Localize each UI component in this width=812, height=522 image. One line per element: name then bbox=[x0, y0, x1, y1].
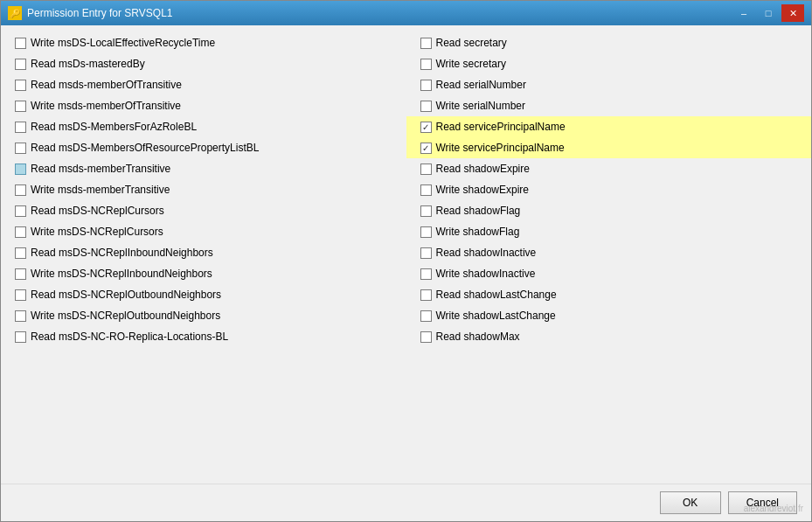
list-item: Write serialNumber bbox=[406, 95, 812, 116]
list-item: Write shadowFlag bbox=[406, 221, 812, 242]
permission-checkbox[interactable] bbox=[15, 38, 26, 49]
list-item: Read shadowExpire bbox=[406, 158, 812, 179]
permission-label: Write shadowInactive bbox=[436, 268, 536, 280]
permission-checkbox[interactable] bbox=[420, 164, 432, 175]
minimize-button[interactable]: – bbox=[732, 4, 755, 22]
list-item: Read msds-memberOfTransitive bbox=[1, 74, 406, 95]
permission-label: Write msDS-NCReplInboundNeighbors bbox=[31, 268, 212, 280]
permission-checkbox[interactable] bbox=[420, 143, 432, 154]
checkbox-wrapper[interactable]: Read msDs-masteredBy bbox=[15, 58, 145, 70]
permission-checkbox[interactable] bbox=[15, 122, 26, 133]
permission-checkbox[interactable] bbox=[15, 310, 26, 322]
main-window: 🔑 Permission Entry for SRVSQL1 – □ ✕ Wri… bbox=[0, 0, 812, 522]
permission-checkbox[interactable] bbox=[15, 331, 26, 343]
titlebar-left: 🔑 Permission Entry for SRVSQL1 bbox=[8, 6, 173, 20]
titlebar: 🔑 Permission Entry for SRVSQL1 – □ ✕ bbox=[1, 1, 811, 25]
permission-checkbox[interactable] bbox=[420, 184, 432, 196]
checkbox-wrapper[interactable]: Read shadowFlag bbox=[420, 205, 521, 217]
permission-checkbox[interactable] bbox=[420, 289, 432, 301]
permission-label: Read msDs-masteredBy bbox=[31, 58, 145, 70]
checkbox-wrapper[interactable]: Read msds-memberTransitive bbox=[15, 163, 170, 175]
checkbox-wrapper[interactable]: Write msDS-NCReplOutboundNeighbors bbox=[15, 310, 220, 322]
permissions-list[interactable]: Write msDS-LocalEffectiveRecycleTimeRead… bbox=[1, 25, 811, 484]
permission-label: Read msDS-NCReplOutboundNeighbors bbox=[31, 289, 221, 301]
permission-checkbox[interactable] bbox=[420, 268, 432, 280]
list-item: Read msDS-MembersOfResourcePropertyListB… bbox=[1, 137, 406, 158]
permission-checkbox[interactable] bbox=[420, 59, 432, 70]
checkbox-wrapper[interactable]: Read serialNumber bbox=[420, 79, 526, 91]
permission-label: Read shadowLastChange bbox=[436, 289, 557, 301]
permission-checkbox[interactable] bbox=[420, 122, 432, 133]
list-item: Read shadowLastChange bbox=[406, 284, 812, 305]
permission-checkbox[interactable] bbox=[15, 247, 26, 259]
permission-checkbox[interactable] bbox=[420, 205, 432, 217]
permission-label: Read msDS-NCReplInboundNeighbors bbox=[31, 247, 213, 259]
list-item: Read shadowFlag bbox=[406, 200, 812, 221]
checkbox-wrapper[interactable]: Read secretary bbox=[420, 37, 507, 49]
permission-checkbox[interactable] bbox=[420, 101, 432, 112]
list-item: Read msDs-masteredBy bbox=[1, 53, 406, 74]
permission-label: Write servicePrincipalName bbox=[436, 142, 565, 154]
restore-button[interactable]: □ bbox=[757, 4, 780, 22]
permission-checkbox[interactable] bbox=[420, 331, 432, 343]
permission-label: Read msDS-MembersOfResourcePropertyListB… bbox=[31, 142, 259, 154]
permission-checkbox[interactable] bbox=[15, 184, 26, 196]
checkbox-wrapper[interactable]: Write msds-memberOfTransitive bbox=[15, 100, 181, 112]
list-item: Write msDS-NCReplInboundNeighbors bbox=[1, 263, 406, 284]
checkbox-wrapper[interactable]: Read shadowMax bbox=[420, 331, 520, 343]
permission-checkbox[interactable] bbox=[15, 101, 26, 112]
permission-label: Read serialNumber bbox=[436, 79, 526, 91]
permission-checkbox[interactable] bbox=[15, 164, 26, 175]
list-item: Write msds-memberTransitive bbox=[1, 179, 406, 200]
checkbox-wrapper[interactable]: Write shadowInactive bbox=[420, 268, 536, 280]
permission-checkbox[interactable] bbox=[15, 268, 26, 280]
permission-label: Write serialNumber bbox=[436, 100, 525, 112]
checkbox-wrapper[interactable]: Read msDS-NCReplCursors bbox=[15, 205, 164, 217]
checkbox-wrapper[interactable]: Read shadowInactive bbox=[420, 247, 537, 259]
permission-label: Read msDS-MembersForAzRoleBL bbox=[31, 121, 197, 133]
permission-checkbox[interactable] bbox=[420, 80, 432, 91]
checkbox-wrapper[interactable]: Read servicePrincipalName bbox=[420, 121, 566, 133]
permission-label: Write msDS-NCReplOutboundNeighbors bbox=[31, 310, 220, 322]
checkbox-wrapper[interactable]: Write servicePrincipalName bbox=[420, 142, 565, 154]
checkbox-wrapper[interactable]: Read msds-memberOfTransitive bbox=[15, 79, 182, 91]
checkbox-wrapper[interactable]: Read msDS-NCReplOutboundNeighbors bbox=[15, 289, 221, 301]
checkbox-wrapper[interactable]: Write shadowFlag bbox=[420, 226, 520, 238]
permission-checkbox[interactable] bbox=[420, 310, 432, 322]
checkbox-wrapper[interactable]: Read msDS-NCReplInboundNeighbors bbox=[15, 247, 213, 259]
checkbox-wrapper[interactable]: Write msDS-NCReplCursors bbox=[15, 226, 163, 238]
permission-checkbox[interactable] bbox=[15, 80, 26, 91]
permission-checkbox[interactable] bbox=[15, 205, 26, 217]
permission-checkbox[interactable] bbox=[15, 143, 26, 154]
permission-checkbox[interactable] bbox=[15, 226, 26, 238]
permission-label: Write msDS-LocalEffectiveRecycleTime bbox=[31, 37, 215, 49]
checkbox-wrapper[interactable]: Read shadowLastChange bbox=[420, 289, 557, 301]
checkbox-wrapper[interactable]: Read shadowExpire bbox=[420, 163, 530, 175]
checkbox-wrapper[interactable]: Write serialNumber bbox=[420, 100, 525, 112]
permission-checkbox[interactable] bbox=[15, 289, 26, 301]
permission-checkbox[interactable] bbox=[15, 59, 26, 70]
checkbox-wrapper[interactable]: Write shadowExpire bbox=[420, 184, 530, 196]
checkbox-wrapper[interactable]: Read msDS-MembersForAzRoleBL bbox=[15, 121, 197, 133]
window-icon: 🔑 bbox=[8, 6, 22, 20]
list-item: Read serialNumber bbox=[406, 74, 812, 95]
checkbox-wrapper[interactable]: Write shadowLastChange bbox=[420, 310, 556, 322]
checkbox-wrapper[interactable]: Write msDS-LocalEffectiveRecycleTime bbox=[15, 37, 215, 49]
checkbox-wrapper[interactable]: Read msDS-MembersOfResourcePropertyListB… bbox=[15, 142, 259, 154]
permission-label: Read msDS-NCReplCursors bbox=[31, 205, 164, 217]
checkbox-wrapper[interactable]: Write msds-memberTransitive bbox=[15, 184, 170, 196]
permission-checkbox[interactable] bbox=[420, 247, 432, 259]
list-item: Read msds-memberTransitive bbox=[1, 158, 406, 179]
checkbox-wrapper[interactable]: Read msDS-NC-RO-Replica-Locations-BL bbox=[15, 331, 228, 343]
permission-label: Read shadowInactive bbox=[436, 247, 537, 259]
permission-checkbox[interactable] bbox=[420, 226, 432, 238]
permission-label: Write secretary bbox=[436, 58, 506, 70]
ok-button[interactable]: OK bbox=[660, 491, 721, 514]
list-item: Write servicePrincipalName bbox=[406, 137, 812, 158]
list-item: Read msDS-NCReplCursors bbox=[1, 200, 406, 221]
close-button[interactable]: ✕ bbox=[781, 4, 804, 22]
permission-checkbox[interactable] bbox=[420, 38, 432, 49]
checkbox-wrapper[interactable]: Write secretary bbox=[420, 58, 506, 70]
checkbox-wrapper[interactable]: Write msDS-NCReplInboundNeighbors bbox=[15, 268, 212, 280]
list-item: Read msDS-MembersForAzRoleBL bbox=[1, 116, 406, 137]
